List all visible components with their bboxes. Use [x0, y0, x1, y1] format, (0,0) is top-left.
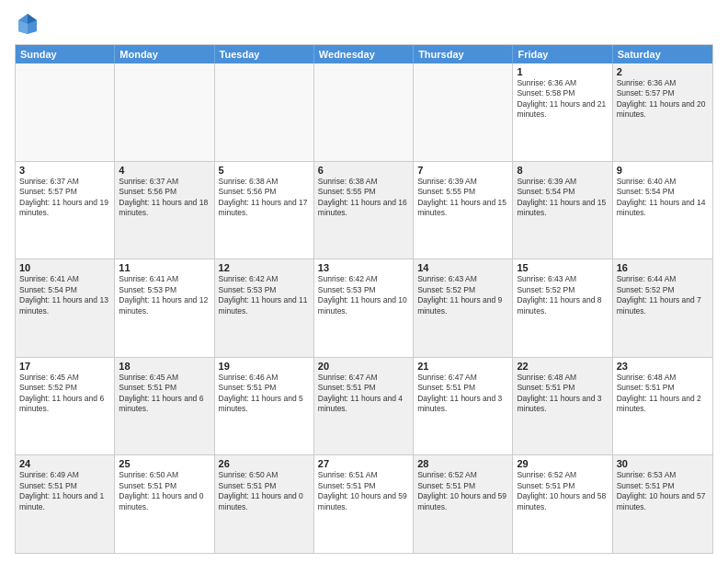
day-number: 12 [219, 262, 310, 273]
header-day-wednesday: Wednesday [314, 45, 414, 63]
header-day-thursday: Thursday [414, 45, 513, 63]
cell-info: Sunrise: 6:42 AM Sunset: 5:53 PM Dayligh… [219, 274, 310, 316]
calendar-cell-4-0: 24Sunrise: 6:49 AM Sunset: 5:51 PM Dayli… [16, 455, 115, 553]
calendar-cell-3-4: 21Sunrise: 6:47 AM Sunset: 5:51 PM Dayli… [414, 358, 513, 455]
calendar-cell-0-4 [414, 63, 513, 161]
calendar-cell-4-6: 30Sunrise: 6:53 AM Sunset: 5:51 PM Dayli… [613, 455, 712, 553]
day-number: 22 [517, 361, 608, 372]
calendar-cell-0-3 [314, 63, 414, 161]
calendar-cell-0-5: 1Sunrise: 6:36 AM Sunset: 5:58 PM Daylig… [513, 63, 612, 161]
calendar-body: 1Sunrise: 6:36 AM Sunset: 5:58 PM Daylig… [16, 63, 712, 553]
calendar-cell-3-6: 23Sunrise: 6:48 AM Sunset: 5:51 PM Dayli… [613, 358, 712, 455]
header-day-monday: Monday [115, 45, 214, 63]
day-number: 16 [617, 262, 709, 273]
cell-info: Sunrise: 6:45 AM Sunset: 5:51 PM Dayligh… [119, 373, 210, 415]
header-day-tuesday: Tuesday [215, 45, 314, 63]
calendar-cell-2-1: 11Sunrise: 6:41 AM Sunset: 5:53 PM Dayli… [115, 259, 214, 357]
cell-info: Sunrise: 6:52 AM Sunset: 5:51 PM Dayligh… [417, 470, 508, 512]
calendar-cell-0-1 [115, 63, 214, 161]
day-number: 18 [119, 361, 210, 372]
calendar-cell-1-4: 7Sunrise: 6:39 AM Sunset: 5:55 PM Daylig… [414, 162, 513, 259]
calendar-cell-0-6: 2Sunrise: 6:36 AM Sunset: 5:57 PM Daylig… [613, 63, 712, 161]
cell-info: Sunrise: 6:40 AM Sunset: 5:54 PM Dayligh… [617, 177, 709, 219]
cell-info: Sunrise: 6:38 AM Sunset: 5:56 PM Dayligh… [219, 177, 310, 219]
day-number: 3 [19, 165, 110, 176]
cell-info: Sunrise: 6:45 AM Sunset: 5:52 PM Dayligh… [19, 373, 110, 415]
calendar-cell-4-2: 26Sunrise: 6:50 AM Sunset: 5:51 PM Dayli… [215, 455, 314, 553]
day-number: 24 [19, 458, 110, 469]
day-number: 8 [517, 165, 608, 176]
day-number: 19 [219, 361, 310, 372]
cell-info: Sunrise: 6:48 AM Sunset: 5:51 PM Dayligh… [617, 373, 709, 415]
day-number: 7 [417, 165, 508, 176]
cell-info: Sunrise: 6:43 AM Sunset: 5:52 PM Dayligh… [517, 274, 608, 316]
cell-info: Sunrise: 6:39 AM Sunset: 5:54 PM Dayligh… [517, 177, 608, 219]
day-number: 9 [617, 165, 709, 176]
calendar-cell-2-3: 13Sunrise: 6:42 AM Sunset: 5:53 PM Dayli… [314, 259, 414, 357]
calendar-cell-0-2 [215, 63, 314, 161]
day-number: 14 [417, 262, 508, 273]
day-number: 11 [119, 262, 210, 273]
cell-info: Sunrise: 6:37 AM Sunset: 5:56 PM Dayligh… [119, 177, 210, 219]
day-number: 5 [219, 165, 310, 176]
calendar-row-2: 10Sunrise: 6:41 AM Sunset: 5:54 PM Dayli… [16, 259, 712, 357]
header-day-saturday: Saturday [613, 45, 712, 63]
calendar-cell-4-5: 29Sunrise: 6:52 AM Sunset: 5:51 PM Dayli… [513, 455, 612, 553]
logo [15, 11, 44, 37]
day-number: 23 [617, 361, 709, 372]
cell-info: Sunrise: 6:36 AM Sunset: 5:58 PM Dayligh… [517, 78, 608, 121]
cell-info: Sunrise: 6:50 AM Sunset: 5:51 PM Dayligh… [219, 470, 310, 512]
cell-info: Sunrise: 6:52 AM Sunset: 5:51 PM Dayligh… [517, 470, 608, 512]
day-number: 21 [417, 361, 508, 372]
cell-info: Sunrise: 6:47 AM Sunset: 5:51 PM Dayligh… [318, 373, 409, 415]
calendar-row-3: 17Sunrise: 6:45 AM Sunset: 5:52 PM Dayli… [16, 357, 712, 455]
header-day-sunday: Sunday [16, 45, 115, 63]
calendar-cell-1-5: 8Sunrise: 6:39 AM Sunset: 5:54 PM Daylig… [513, 162, 612, 259]
calendar-cell-0-0 [16, 63, 115, 161]
calendar-cell-4-4: 28Sunrise: 6:52 AM Sunset: 5:51 PM Dayli… [414, 455, 513, 553]
calendar-cell-3-0: 17Sunrise: 6:45 AM Sunset: 5:52 PM Dayli… [16, 358, 115, 455]
calendar-header: SundayMondayTuesdayWednesdayThursdayFrid… [16, 45, 712, 63]
calendar-cell-2-0: 10Sunrise: 6:41 AM Sunset: 5:54 PM Dayli… [16, 259, 115, 357]
cell-info: Sunrise: 6:47 AM Sunset: 5:51 PM Dayligh… [417, 373, 508, 415]
cell-info: Sunrise: 6:37 AM Sunset: 5:57 PM Dayligh… [19, 177, 110, 219]
calendar-cell-1-0: 3Sunrise: 6:37 AM Sunset: 5:57 PM Daylig… [16, 162, 115, 259]
cell-info: Sunrise: 6:41 AM Sunset: 5:53 PM Dayligh… [119, 274, 210, 316]
logo-icon [15, 11, 40, 37]
cell-info: Sunrise: 6:48 AM Sunset: 5:51 PM Dayligh… [517, 373, 608, 415]
calendar-row-1: 3Sunrise: 6:37 AM Sunset: 5:57 PM Daylig… [16, 161, 712, 259]
calendar-row-4: 24Sunrise: 6:49 AM Sunset: 5:51 PM Dayli… [16, 454, 712, 553]
calendar-cell-1-6: 9Sunrise: 6:40 AM Sunset: 5:54 PM Daylig… [613, 162, 712, 259]
calendar-cell-1-3: 6Sunrise: 6:38 AM Sunset: 5:55 PM Daylig… [314, 162, 414, 259]
cell-info: Sunrise: 6:41 AM Sunset: 5:54 PM Dayligh… [19, 274, 110, 316]
calendar-cell-4-1: 25Sunrise: 6:50 AM Sunset: 5:51 PM Dayli… [115, 455, 214, 553]
cell-info: Sunrise: 6:49 AM Sunset: 5:51 PM Dayligh… [19, 470, 110, 512]
calendar-cell-3-3: 20Sunrise: 6:47 AM Sunset: 5:51 PM Dayli… [314, 358, 414, 455]
day-number: 13 [318, 262, 409, 273]
day-number: 28 [417, 458, 508, 469]
cell-info: Sunrise: 6:44 AM Sunset: 5:52 PM Dayligh… [617, 274, 709, 316]
day-number: 10 [19, 262, 110, 273]
calendar-cell-2-6: 16Sunrise: 6:44 AM Sunset: 5:52 PM Dayli… [613, 259, 712, 357]
day-number: 6 [318, 165, 409, 176]
calendar-cell-2-4: 14Sunrise: 6:43 AM Sunset: 5:52 PM Dayli… [414, 259, 513, 357]
calendar-cell-2-5: 15Sunrise: 6:43 AM Sunset: 5:52 PM Dayli… [513, 259, 612, 357]
day-number: 15 [517, 262, 608, 273]
calendar-cell-4-3: 27Sunrise: 6:51 AM Sunset: 5:51 PM Dayli… [314, 455, 414, 553]
calendar-cell-1-2: 5Sunrise: 6:38 AM Sunset: 5:56 PM Daylig… [215, 162, 314, 259]
header [15, 11, 713, 37]
cell-info: Sunrise: 6:43 AM Sunset: 5:52 PM Dayligh… [417, 274, 508, 316]
calendar-cell-2-2: 12Sunrise: 6:42 AM Sunset: 5:53 PM Dayli… [215, 259, 314, 357]
calendar-row-0: 1Sunrise: 6:36 AM Sunset: 5:58 PM Daylig… [16, 63, 712, 161]
page: SundayMondayTuesdayWednesdayThursdayFrid… [0, 0, 728, 563]
day-number: 25 [119, 458, 210, 469]
calendar: SundayMondayTuesdayWednesdayThursdayFrid… [15, 44, 713, 554]
calendar-cell-1-1: 4Sunrise: 6:37 AM Sunset: 5:56 PM Daylig… [115, 162, 214, 259]
cell-info: Sunrise: 6:39 AM Sunset: 5:55 PM Dayligh… [417, 177, 508, 219]
day-number: 27 [318, 458, 409, 469]
calendar-cell-3-1: 18Sunrise: 6:45 AM Sunset: 5:51 PM Dayli… [115, 358, 214, 455]
cell-info: Sunrise: 6:51 AM Sunset: 5:51 PM Dayligh… [318, 470, 409, 512]
day-number: 30 [617, 458, 709, 469]
header-day-friday: Friday [513, 45, 612, 63]
calendar-cell-3-5: 22Sunrise: 6:48 AM Sunset: 5:51 PM Dayli… [513, 358, 612, 455]
